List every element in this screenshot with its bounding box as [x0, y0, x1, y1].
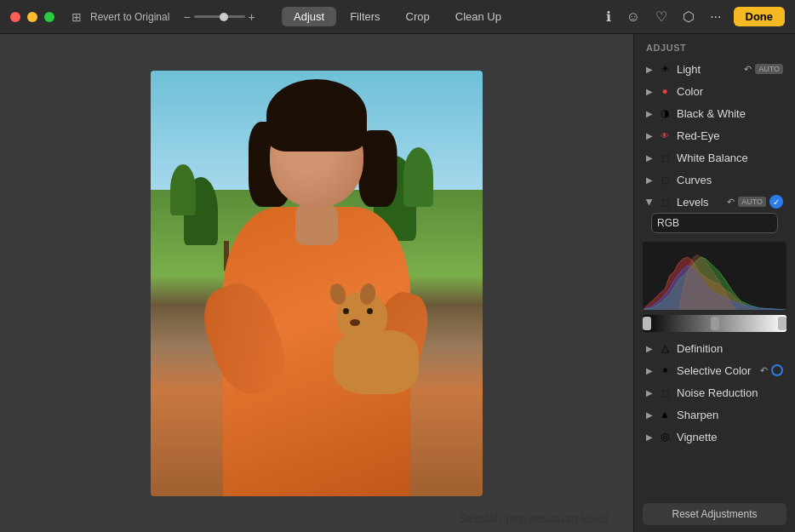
heart-icon[interactable]: ♡ — [652, 7, 671, 26]
expand-icon-redeye: ▶ — [646, 131, 653, 140]
dog-eye-left — [343, 308, 349, 314]
window-controls — [10, 12, 54, 22]
tab-crop[interactable]: Crop — [394, 7, 442, 26]
adjust-section-label: ADJUST — [634, 34, 795, 58]
maximize-button[interactable] — [44, 12, 54, 22]
bw-label: Black & White — [677, 107, 783, 120]
levels-right-icons: ↶ AUTO ✓ — [727, 195, 783, 209]
noise-label: Noise Reduction — [677, 386, 783, 399]
adjust-item-light[interactable]: ▶ ☀ Light ↶ AUTO — [634, 58, 795, 80]
close-button[interactable] — [10, 12, 20, 22]
titlebar-right: ℹ ☺ ♡ ⬡ ··· Done — [603, 7, 785, 26]
histogram-handle-mid[interactable] — [711, 317, 719, 330]
sc-icon: ⁕ — [658, 363, 672, 377]
levels-check[interactable]: ✓ — [769, 195, 783, 209]
light-label: Light — [677, 63, 744, 76]
expand-icon-sharpen: ▶ — [646, 410, 653, 420]
levels-label: Levels — [677, 196, 727, 209]
adjust-item-definition[interactable]: ▶ △ Definition — [634, 337, 795, 359]
expand-icon-light: ▶ — [646, 65, 653, 74]
auto-badge-light: AUTO — [755, 64, 783, 74]
main-area: ADJUST ▶ ☀ Light ↶ AUTO ▶ ● Color ▶ ◑ Bl… — [0, 34, 795, 532]
undo-icon-light[interactable]: ↶ — [744, 64, 752, 75]
undo-icon-levels[interactable]: ↶ — [727, 197, 735, 208]
photo-area — [0, 34, 633, 532]
zoom-in-button[interactable]: + — [249, 10, 255, 24]
titlebar-tabs: Adjust Filters Crop Clean Up — [282, 7, 513, 26]
adjust-item-curves[interactable]: ▶ ⬚ Curves — [634, 169, 795, 191]
adjust-item-noise[interactable]: ▶ ⬚ Noise Reduction — [634, 381, 795, 403]
expand-icon-sc: ▶ — [646, 366, 653, 375]
expand-icon-bw: ▶ — [646, 109, 653, 118]
photo-container — [151, 71, 483, 496]
titlebar-left: ⊞ Revert to Original − + — [71, 10, 255, 24]
expand-icon-color: ▶ — [646, 87, 653, 96]
zoom-out-button[interactable]: − — [183, 10, 190, 24]
curves-label: Curves — [677, 174, 783, 186]
adjust-item-selective-color[interactable]: ▶ ⁕ Selective Color ↶ — [634, 359, 795, 381]
histogram-handle-left[interactable] — [643, 317, 651, 330]
histogram-handle-right[interactable] — [778, 317, 786, 330]
info-icon[interactable]: ℹ — [603, 7, 615, 26]
rgb-select-container: RGB Red Green Blue — [634, 213, 795, 242]
rgb-select[interactable]: RGB Red Green Blue — [651, 213, 778, 233]
tree-right-2 — [403, 147, 433, 207]
histogram-slider[interactable] — [643, 315, 786, 332]
zoom-thumb[interactable] — [220, 13, 228, 21]
vignette-label: Vignette — [677, 431, 783, 443]
adjust-item-bw[interactable]: ▶ ◑ Black & White — [634, 102, 795, 124]
color-label: Color — [677, 85, 783, 98]
tab-adjust[interactable]: Adjust — [282, 7, 336, 26]
sc-label: Selective Color — [677, 364, 760, 377]
expand-icon-curves: ▶ — [646, 175, 653, 185]
adjust-item-sharpen[interactable]: ▶ ▲ Sharpen — [634, 403, 795, 426]
auto-badge-levels: AUTO — [738, 197, 766, 207]
more-icon[interactable]: ··· — [706, 8, 724, 26]
adjust-item-vignette[interactable]: ▶ ◎ Vignette — [634, 426, 795, 448]
sharpen-icon: ▲ — [658, 408, 672, 421]
reset-adjustments-button[interactable]: Reset Adjustments — [643, 503, 786, 525]
minimize-button[interactable] — [27, 12, 37, 22]
expand-icon-definition: ▶ — [646, 344, 653, 353]
dog-body — [334, 330, 419, 394]
adjust-item-wb[interactable]: ▶ ⬚ White Balance — [634, 146, 795, 169]
sharpen-label: Sharpen — [677, 409, 783, 421]
dog-eye-right — [367, 308, 373, 314]
definition-icon: △ — [658, 341, 672, 355]
tab-cleanup[interactable]: Clean Up — [443, 7, 513, 26]
done-button[interactable]: Done — [734, 7, 786, 26]
histogram-svg — [643, 242, 786, 310]
grid-icon: ⊞ — [71, 10, 82, 24]
revert-button[interactable]: Revert to Original — [90, 11, 169, 23]
light-icon: ☀ — [658, 62, 672, 76]
adjust-item-redeye[interactable]: ▶ 👁 Red-Eye — [634, 124, 795, 146]
definition-label: Definition — [677, 342, 783, 355]
dog-nose — [350, 319, 360, 326]
sc-right-icons: ↶ — [760, 364, 783, 376]
zoom-track[interactable] — [194, 15, 245, 18]
right-panel: ADJUST ▶ ☀ Light ↶ AUTO ▶ ● Color ▶ ◑ Bl… — [633, 34, 795, 532]
color-icon: ● — [658, 84, 672, 98]
sc-circle[interactable] — [771, 364, 783, 376]
wb-icon: ⬚ — [658, 151, 672, 164]
levels-icon: ⬚ — [658, 195, 672, 209]
expand-icon-wb: ▶ — [646, 153, 653, 163]
share-icon[interactable]: ⬡ — [679, 7, 698, 26]
redeye-icon: 👁 — [658, 129, 672, 142]
hair-top — [266, 79, 367, 152]
zoom-slider-area: − + — [183, 10, 255, 24]
undo-icon-sc[interactable]: ↶ — [760, 365, 768, 376]
redeye-label: Red-Eye — [677, 129, 783, 142]
vignette-icon: ◎ — [658, 430, 672, 443]
curves-icon: ⬚ — [658, 173, 672, 186]
titlebar: ⊞ Revert to Original − + Adjust Filters … — [0, 0, 795, 34]
adjust-item-levels[interactable]: ▶ ⬚ Levels ↶ AUTO ✓ — [634, 191, 795, 213]
histogram — [643, 242, 786, 310]
expand-icon-vignette: ▶ — [646, 432, 653, 442]
adjust-item-color[interactable]: ▶ ● Color — [634, 80, 795, 102]
tab-filters[interactable]: Filters — [338, 7, 392, 26]
emoji-icon[interactable]: ☺ — [623, 8, 643, 26]
noise-icon: ⬚ — [658, 386, 672, 399]
light-right-icons: ↶ AUTO — [744, 64, 783, 75]
expand-icon-noise: ▶ — [646, 388, 653, 398]
